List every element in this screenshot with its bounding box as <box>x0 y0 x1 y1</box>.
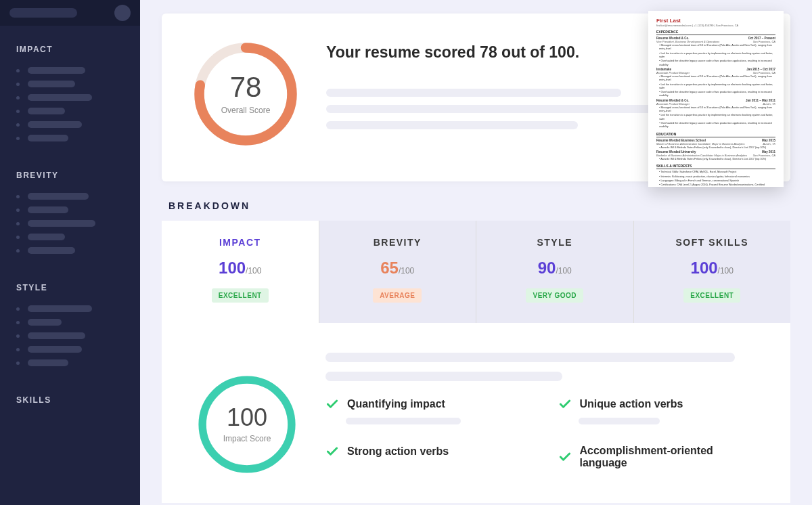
sidebar-item[interactable] <box>0 356 140 370</box>
tab-score: 65/100 <box>326 259 470 278</box>
tab-brevity[interactable]: BREVITY 65/100 AVERAGE <box>319 221 477 323</box>
sidebar-item[interactable] <box>0 329 140 343</box>
placeholder-line <box>326 89 621 97</box>
breakdown-tabs: IMPACT 100/100 EXCELLENT BREVITY 65/100 … <box>162 221 790 323</box>
bullet-icon <box>16 69 20 72</box>
overall-score-label: Overall Score <box>221 106 271 115</box>
sidebar-item[interactable] <box>0 104 140 118</box>
sidebar-item-placeholder <box>28 359 68 366</box>
sidebar-section-title: STYLE <box>0 278 140 298</box>
sidebar-item-placeholder <box>28 332 85 339</box>
placeholder-line <box>325 353 735 362</box>
impact-score-label: Impact Score <box>223 434 271 443</box>
sidebar-item[interactable] <box>0 64 140 77</box>
placeholder-line <box>346 418 461 424</box>
sidebar-item-placeholder <box>28 94 92 101</box>
checkmark-icon <box>558 397 572 411</box>
check-item: Accomplishment-oriented language <box>558 445 757 469</box>
bullet-icon <box>16 249 20 252</box>
bullet-icon <box>16 307 20 311</box>
sidebar-item-placeholder <box>28 81 75 87</box>
sidebar-item[interactable] <box>0 244 140 257</box>
placeholder-line <box>325 372 562 381</box>
sidebar-item[interactable] <box>0 190 140 203</box>
impact-detail-panel: 100 Impact Score Quantifying impact Uniq… <box>162 323 790 503</box>
sidebar-item-placeholder <box>28 67 85 74</box>
overall-score-gauge: 78 Overall Score <box>192 41 299 148</box>
status-badge: AVERAGE <box>373 288 422 303</box>
sidebar-item[interactable] <box>0 217 140 230</box>
sidebar-item-placeholder <box>28 247 75 254</box>
placeholder-line <box>326 105 664 113</box>
tab-impact[interactable]: IMPACT 100/100 EXCELLENT <box>162 221 319 323</box>
tab-title: IMPACT <box>168 237 312 248</box>
status-badge: EXCELLENT <box>683 288 740 303</box>
checkmark-icon <box>325 445 339 458</box>
status-badge: VERY GOOD <box>526 288 583 303</box>
sidebar-item[interactable] <box>0 315 140 329</box>
sidebar-item-placeholder <box>28 121 82 128</box>
sidebar-item[interactable] <box>0 203 140 217</box>
overall-score-value: 78 <box>230 73 262 102</box>
tab-style[interactable]: STYLE 90/100 VERY GOOD <box>476 221 634 323</box>
check-item: Unique action verbs <box>558 397 757 424</box>
check-label: Strong action verbs <box>347 445 449 458</box>
logo-placeholder <box>9 8 77 18</box>
sidebar-item[interactable] <box>0 131 140 145</box>
sidebar-section-title: IMPACT <box>0 39 140 60</box>
bullet-icon <box>16 222 20 225</box>
impact-score-gauge: 100 Impact Score <box>196 373 298 476</box>
tab-title: BREVITY <box>326 237 470 248</box>
sidebar: IMPACTBREVITYSTYLESKILLS <box>0 0 140 505</box>
sidebar-item[interactable] <box>0 77 140 91</box>
bullet-icon <box>16 334 20 338</box>
sidebar-item-placeholder <box>28 135 68 141</box>
score-card: 78 Overall Score Your resume scored 78 o… <box>162 14 790 181</box>
sidebar-item-placeholder <box>28 206 68 213</box>
sidebar-item-placeholder <box>28 305 92 312</box>
tab-score: 90/100 <box>483 259 627 278</box>
bullet-icon <box>16 236 20 239</box>
bullet-icon <box>16 83 20 86</box>
bullet-icon <box>16 321 20 324</box>
tab-score: 100/100 <box>641 259 784 278</box>
avatar[interactable] <box>114 5 131 21</box>
sidebar-header <box>0 0 140 26</box>
resume-thumbnail[interactable]: First Lastfirstlast@resumeworded.com | +… <box>648 11 784 187</box>
impact-score-value: 100 <box>227 405 267 430</box>
tab-title: STYLE <box>483 237 627 248</box>
check-item: Quantifying impact <box>325 397 524 424</box>
placeholder-line <box>579 418 660 424</box>
tab-title: SOFT SKILLS <box>641 237 784 248</box>
checkmark-icon <box>558 450 572 464</box>
sidebar-section-title: BREVITY <box>0 165 140 185</box>
check-label: Accomplishment-oriented language <box>580 445 757 469</box>
sidebar-section-title: SKILLS <box>0 390 140 410</box>
sidebar-item-placeholder <box>28 193 89 200</box>
tab-score: 100/100 <box>168 259 312 278</box>
bullet-icon <box>16 195 20 198</box>
tab-soft-skills[interactable]: SOFT SKILLS 100/100 EXCELLENT <box>634 221 791 323</box>
status-badge: EXCELLENT <box>212 288 269 303</box>
sidebar-item[interactable] <box>0 118 140 131</box>
sidebar-item[interactable] <box>0 343 140 356</box>
sidebar-item-placeholder <box>28 346 82 353</box>
sidebar-item[interactable] <box>0 230 140 244</box>
placeholder-line <box>326 121 578 129</box>
bullet-icon <box>16 348 20 351</box>
bullet-icon <box>16 96 20 100</box>
checkmark-icon <box>325 397 339 411</box>
sidebar-item[interactable] <box>0 91 140 104</box>
check-label: Quantifying impact <box>347 398 445 410</box>
bullet-icon <box>16 110 20 113</box>
bullet-icon <box>16 123 20 127</box>
breakdown-title: BREAKDOWN <box>168 200 812 211</box>
check-item: Strong action verbs <box>325 445 524 469</box>
check-label: Unique action verbs <box>580 398 683 410</box>
bullet-icon <box>16 361 20 365</box>
sidebar-item-placeholder <box>28 319 62 326</box>
sidebar-item[interactable] <box>0 302 140 315</box>
sidebar-item-placeholder <box>28 108 65 114</box>
sidebar-item-placeholder <box>28 220 95 227</box>
sidebar-item-placeholder <box>28 234 65 240</box>
